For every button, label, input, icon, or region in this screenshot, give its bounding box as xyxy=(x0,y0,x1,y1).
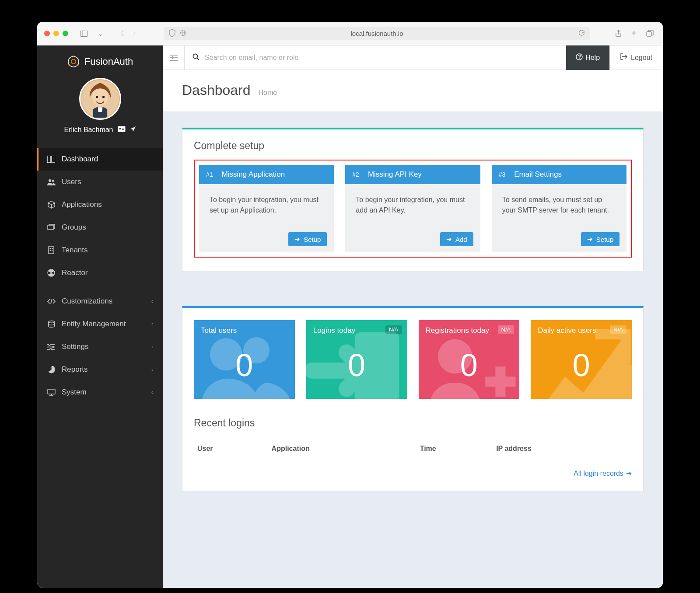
radioactive-icon xyxy=(47,269,56,277)
collapse-sidebar-button[interactable] xyxy=(163,45,185,70)
chevron-left-icon: ‹ xyxy=(151,389,153,395)
logo[interactable]: FusionAuth xyxy=(37,45,163,72)
search-area xyxy=(185,53,566,62)
stat-card-registrations-today[interactable]: Registrations today N/A 0 xyxy=(419,320,520,399)
forward-icon[interactable]: 〉 xyxy=(130,28,142,39)
svg-point-35 xyxy=(52,346,54,348)
stat-card-logins-today[interactable]: Logins today N/A 0 xyxy=(306,320,407,399)
add-api-key-button[interactable]: ➔ Add xyxy=(440,232,473,246)
database-icon xyxy=(47,321,56,328)
svg-point-45 xyxy=(193,54,198,58)
sidebar-item-tenants[interactable]: Tenants xyxy=(37,239,163,262)
svg-point-31 xyxy=(48,321,54,322)
breadcrumb[interactable]: Home xyxy=(259,89,277,97)
setup-application-button[interactable]: ➔ Setup xyxy=(288,232,327,246)
setup-card-missing-api-key: #2 Missing API Key To begin your integra… xyxy=(345,165,480,252)
globe-icon[interactable] xyxy=(180,29,187,38)
address-bar[interactable]: local.fusionauth.io xyxy=(164,27,590,40)
svg-rect-17 xyxy=(122,128,124,129)
search-input[interactable] xyxy=(205,54,558,62)
sidebar-item-label: System xyxy=(62,388,87,397)
setup-card-title: Missing API Key xyxy=(368,170,422,179)
svg-rect-0 xyxy=(80,31,88,36)
stat-label: Total users xyxy=(201,326,288,335)
all-login-records-link[interactable]: All login records ➔ xyxy=(574,469,632,478)
browser-chrome: ⌄ 〈 〉 local.fusionauth.io + xyxy=(37,22,663,45)
sidebar-item-entity-management[interactable]: Entity Management ‹ xyxy=(37,313,163,335)
help-button[interactable]: Help xyxy=(566,45,609,70)
sidebar-item-dashboard[interactable]: Dashboard xyxy=(37,148,163,171)
svg-rect-38 xyxy=(48,389,55,394)
svg-rect-26 xyxy=(52,248,53,249)
id-card-icon[interactable] xyxy=(118,126,126,134)
maximize-window-icon[interactable] xyxy=(63,31,68,36)
main-area: Help Logout Dashboard Home Complete setu… xyxy=(163,45,663,588)
user-name: Erlich Bachman xyxy=(64,126,113,134)
piechart-icon xyxy=(47,366,56,373)
users-icon xyxy=(47,179,56,185)
logout-button[interactable]: Logout xyxy=(609,45,663,70)
arrow-right-icon: ➔ xyxy=(587,235,593,243)
sidebar-item-users[interactable]: Users xyxy=(37,171,163,193)
reload-icon[interactable] xyxy=(578,30,585,38)
shield-icon[interactable] xyxy=(169,29,175,38)
svg-point-8 xyxy=(73,56,74,57)
user-profile-area: Erlich Bachman xyxy=(37,72,163,138)
svg-rect-25 xyxy=(50,248,51,249)
sidebar-item-groups[interactable]: Groups xyxy=(37,216,163,239)
sidebar-item-label: Reactor xyxy=(62,269,88,277)
stat-value: 0 xyxy=(194,347,295,383)
svg-point-16 xyxy=(119,128,121,129)
question-circle-icon xyxy=(576,53,583,62)
chevron-left-icon: ‹ xyxy=(151,366,153,373)
code-icon xyxy=(47,298,56,304)
setup-email-button[interactable]: ➔ Setup xyxy=(581,232,620,246)
help-label: Help xyxy=(585,54,600,62)
sidebar-item-applications[interactable]: Applications xyxy=(37,193,163,216)
stat-badge: N/A xyxy=(498,325,514,334)
sidebar-item-system[interactable]: System ‹ xyxy=(37,381,163,404)
setup-panel: Complete setup #1 Missing Application To… xyxy=(182,128,644,271)
sidebar-item-customizations[interactable]: Customizations ‹ xyxy=(37,290,163,313)
sidebar-toggle-icon[interactable] xyxy=(78,28,90,39)
sidebar-item-label: Entity Management xyxy=(62,320,126,328)
primary-nav: Dashboard Users Applications Groups Tena… xyxy=(37,148,163,404)
sidebar-item-label: Dashboard xyxy=(62,155,98,164)
page-title: Dashboard xyxy=(182,82,251,98)
sidebar-item-label: Applications xyxy=(62,200,102,209)
sidebar-item-reports[interactable]: Reports ‹ xyxy=(37,358,163,381)
sidebar-item-label: Tenants xyxy=(62,246,88,255)
setup-card-missing-application: #1 Missing Application To begin your int… xyxy=(199,165,334,252)
svg-point-48 xyxy=(579,58,580,59)
arrow-right-icon: ➔ xyxy=(626,469,632,478)
svg-point-6 xyxy=(68,56,79,67)
chevron-down-icon[interactable]: ⌄ xyxy=(94,28,107,39)
setup-card-email-settings: #3 Email Settings To send emails, you mu… xyxy=(492,165,626,252)
sidebar-item-settings[interactable]: Settings ‹ xyxy=(37,335,163,358)
stat-value: 0 xyxy=(419,347,520,383)
page-header: Dashboard Home xyxy=(163,70,663,112)
tabs-icon[interactable] xyxy=(644,28,656,39)
stat-card-total-users[interactable]: Total users 0 xyxy=(194,320,295,399)
sidebar-item-reactor[interactable]: Reactor xyxy=(37,262,163,284)
close-window-icon[interactable] xyxy=(44,31,50,36)
url-text: local.fusionauth.io xyxy=(350,30,403,37)
table-header-application: Application xyxy=(268,440,416,457)
back-icon[interactable]: 〈 xyxy=(115,28,127,39)
new-tab-icon[interactable]: + xyxy=(628,28,640,39)
stat-badge: N/A xyxy=(385,325,402,334)
location-arrow-icon[interactable] xyxy=(130,126,136,134)
svg-rect-18 xyxy=(122,129,124,130)
sidebar-item-label: Customizations xyxy=(62,297,112,306)
avatar[interactable] xyxy=(79,78,121,120)
setup-card-number: #1 xyxy=(206,171,213,178)
stat-card-daily-active-users[interactable]: Daily active users N/A 0 xyxy=(531,320,632,399)
setup-cards-row: #1 Missing Application To begin your int… xyxy=(194,160,632,258)
button-label: Setup xyxy=(596,236,613,243)
svg-rect-20 xyxy=(52,156,55,163)
minimize-window-icon[interactable] xyxy=(53,31,59,36)
setup-card-title: Email Settings xyxy=(514,170,562,179)
share-icon[interactable] xyxy=(612,28,624,39)
setup-card-body: To begin your integration, you must add … xyxy=(345,184,480,232)
topbar: Help Logout xyxy=(163,45,663,70)
